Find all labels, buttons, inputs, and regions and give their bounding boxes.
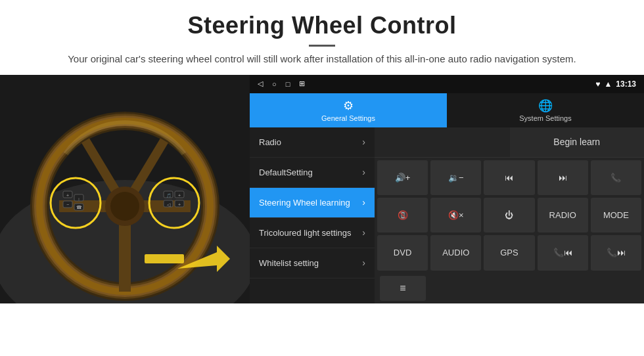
menu-item-radio[interactable]: Radio › [250,127,375,158]
status-indicators: ♥ ▲ 13:13 [595,79,636,89]
gps-button[interactable]: GPS [484,235,534,270]
right-top-row: Begin learn [375,127,644,158]
phone-button[interactable]: 📞 [591,160,641,195]
left-menu: Radio › DefaultSetting › Steering Wheel … [250,127,375,303]
menu-label-default: DefaultSetting [259,167,313,177]
chevron-icon-steering: › [362,197,365,208]
dvd-label: DVD [394,248,411,257]
prev-track-button[interactable]: ⏮ [484,160,534,195]
power-icon: ⏻ [505,210,513,220]
system-settings-icon: 🌐 [538,99,553,113]
content-row: + − ↕ ☎ 🎵 ◁ + + ◁ ○ □ [0,75,644,303]
begin-learn-button[interactable]: Begin learn [510,127,645,157]
prev-track-icon: ⏮ [505,173,513,183]
next-phone-button[interactable]: 📞⏭ [591,235,641,270]
dvd-button[interactable]: DVD [377,235,428,270]
tab-system-label: System Settings [519,114,571,122]
page-subtitle: Your original car's steering wheel contr… [39,52,605,67]
screen-content: Radio › DefaultSetting › Steering Wheel … [250,127,644,303]
radio-label: RADIO [549,210,576,220]
menu-label-radio: Radio [259,137,281,147]
menu-item-steering-wheel[interactable]: Steering Wheel learning › [250,188,375,218]
hang-up-button[interactable]: 📵 [377,198,428,233]
steering-wheel-image: + − ↕ ☎ 🎵 ◁ + + [0,75,250,303]
vol-up-button[interactable]: 🔊+ [377,160,428,195]
next-track-icon: ⏭ [559,173,567,183]
chevron-icon-default: › [362,167,365,177]
signal-icon: ♥ [595,79,600,89]
radio-button[interactable]: RADIO [538,198,588,233]
chevron-icon-tricoloured: › [362,227,365,238]
control-button-grid: 🔊+ 🔉− ⏮ ⏭ 📞 📵 [375,158,644,273]
vol-down-button[interactable]: 🔉− [430,160,481,195]
nav-buttons: ◁ ○ □ ⊞ [258,79,305,88]
mute-icon: 🔇× [448,210,464,220]
menu-item-default-setting[interactable]: DefaultSetting › [250,158,375,188]
wifi-icon: ▲ [604,79,612,89]
bottom-single-row: ≡ [375,273,644,303]
right-panel: Begin learn 🔊+ 🔉− ⏮ ⏭ [375,127,644,303]
nav-apps-icon[interactable]: ⊞ [299,79,305,88]
svg-text:+: + [66,193,69,198]
nav-home-icon[interactable]: ○ [272,80,277,88]
tab-bar: ⚙ General Settings 🌐 System Settings [250,93,644,127]
tab-general-settings[interactable]: ⚙ General Settings [250,93,447,127]
mode-label: MODE [603,210,629,220]
menu-label-tricoloured: Tricoloured light settings [259,228,351,238]
menu-icon: ≡ [400,282,405,294]
menu-item-tricoloured[interactable]: Tricoloured light settings › [250,218,375,248]
page-title: Steering Wheel Control [39,12,605,39]
clock: 13:13 [616,79,636,89]
svg-text:−: − [66,202,69,207]
audio-label: AUDIO [442,248,469,257]
prev-phone-icon: 📞⏮ [553,248,572,257]
nav-back-icon[interactable]: ◁ [258,79,263,88]
next-track-button[interactable]: ⏭ [538,160,588,195]
mute-button[interactable]: 🔇× [430,198,481,233]
svg-text:☎: ☎ [76,205,82,210]
phone-icon: 📞 [610,173,621,183]
top-section: Steering Wheel Control Your original car… [0,0,644,75]
menu-item-whitelist[interactable]: Whitelist setting › [250,248,375,278]
chevron-icon-whitelist: › [362,257,365,268]
svg-text:+: + [178,193,181,198]
hang-up-icon: 📵 [398,210,408,220]
menu-label-steering: Steering Wheel learning [259,198,350,208]
power-button[interactable]: ⏻ [484,198,534,233]
next-phone-icon: 📞⏭ [607,248,626,257]
svg-text:+: + [178,202,181,207]
gps-label: GPS [500,248,518,257]
prev-phone-button[interactable]: 📞⏮ [538,235,588,270]
vol-up-icon: 🔊+ [395,173,411,183]
tab-general-label: General Settings [321,114,375,122]
svg-text:↕: ↕ [78,197,80,201]
svg-point-12 [110,192,139,221]
svg-text:🎵: 🎵 [166,193,172,198]
title-divider [309,45,335,47]
menu-icon-button[interactable]: ≡ [380,276,426,301]
svg-rect-32 [145,254,184,263]
menu-label-whitelist: Whitelist setting [259,258,319,268]
tab-system-settings[interactable]: 🌐 System Settings [447,93,644,127]
mode-button[interactable]: MODE [591,198,641,233]
vol-down-icon: 🔉− [448,173,464,183]
status-bar: ◁ ○ □ ⊞ ♥ ▲ 13:13 [250,75,644,93]
nav-recent-icon[interactable]: □ [286,80,290,88]
chevron-icon-radio: › [362,137,365,147]
general-settings-icon: ⚙ [343,99,354,113]
device-screen: ◁ ○ □ ⊞ ♥ ▲ 13:13 ⚙ General Settings 🌐 S… [250,75,644,303]
audio-button[interactable]: AUDIO [430,235,481,270]
